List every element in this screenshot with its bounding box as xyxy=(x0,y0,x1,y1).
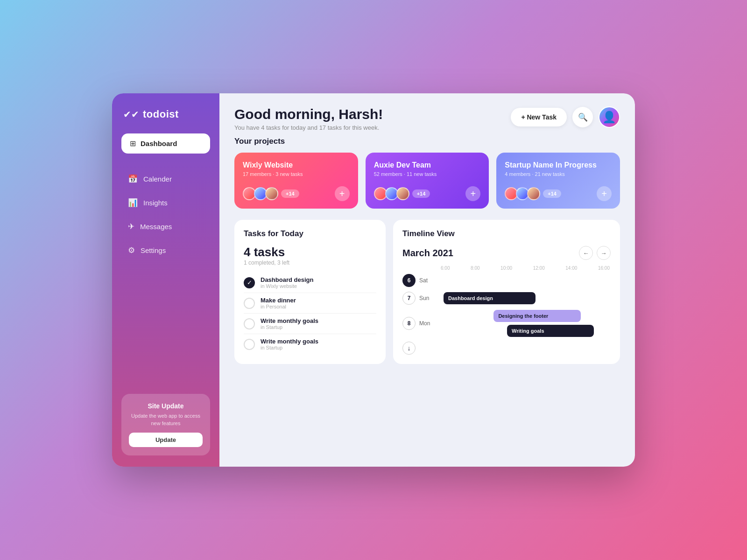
new-task-button[interactable]: + New Task xyxy=(511,108,567,126)
sidebar-nav: 📅 Calender 📊 Insights ✈ Messages ⚙ Setti… xyxy=(121,168,210,388)
project-members-1: +14 xyxy=(374,187,430,200)
project-add-button-0[interactable]: + xyxy=(335,186,350,201)
messages-icon: ✈ xyxy=(128,222,134,231)
day-label-sun: Sun xyxy=(419,295,429,301)
task-item-2: Write monthly goals in Startup xyxy=(244,314,376,334)
task-project-0: in Wixly website xyxy=(261,283,313,289)
project-add-button-2[interactable]: + xyxy=(597,186,612,201)
update-button[interactable]: Update xyxy=(129,433,203,447)
day-label-mon: Mon xyxy=(419,320,430,327)
nav-label-calendar: Calender xyxy=(143,175,172,183)
time-label-0: 6:00 xyxy=(441,266,450,271)
tasks-section-title: Tasks for Today xyxy=(244,229,376,238)
time-label-2: 10:00 xyxy=(500,266,512,271)
project-name-2: Startup Name In Progress xyxy=(505,161,612,169)
timeline-card: Timeline View March 2021 ← → 6:00 xyxy=(393,220,620,364)
project-name-1: Auxie Dev Team xyxy=(374,161,481,169)
day-num-6: 6 xyxy=(402,274,416,287)
task-item-0: ✓ Dashboard design in Wixly website xyxy=(244,273,376,293)
bar-writing-goals: Writing goals xyxy=(507,325,594,337)
day-label-sat: Sat xyxy=(419,277,428,284)
timeline-row-sun: 7 Sun Dashboard design xyxy=(402,291,611,305)
project-footer-0: +14 + xyxy=(243,186,350,201)
task-project-3: in Startup xyxy=(261,345,318,350)
time-label-3: 12:00 xyxy=(533,266,545,271)
timeline-bars-sat xyxy=(444,273,611,287)
day-info-sun: 7 Sun xyxy=(402,292,440,305)
avatar[interactable]: 👤 xyxy=(599,106,620,128)
search-icon: 🔍 xyxy=(578,112,588,122)
tasks-completed: 1 completed, 3 left xyxy=(244,259,376,266)
project-meta-1: 52 members · 11 new tasks xyxy=(374,171,481,177)
greeting-title: Good morning, Harsh! xyxy=(234,106,383,122)
timeline-prev-button[interactable]: ← xyxy=(579,246,593,260)
update-card-desc: Update the web app to access new feature… xyxy=(129,413,203,427)
greeting-subtitle: You have 4 tasks for today and 17 tasks … xyxy=(234,124,383,131)
project-members-2: +14 xyxy=(505,187,561,200)
task-project-2: in Startup xyxy=(261,324,318,330)
time-label-1: 8:00 xyxy=(471,266,479,271)
nav-label-insights: Insights xyxy=(143,199,168,207)
projects-section-title: Your projects xyxy=(234,137,620,146)
members-count-0: +14 xyxy=(281,189,299,198)
task-checkbox-2[interactable] xyxy=(244,318,255,329)
task-name-1: Make dinner xyxy=(261,297,296,304)
task-name-2: Write monthly goals xyxy=(261,317,318,324)
projects-grid: Wixly Website 17 members · 3 new tasks +… xyxy=(234,153,620,209)
members-count-2: +14 xyxy=(543,189,561,198)
sidebar-item-insights[interactable]: 📊 Insights xyxy=(121,192,210,213)
day-info-more: ↓ xyxy=(402,342,440,355)
timeline-bars-sun: Dashboard design xyxy=(444,291,611,305)
task-info-1: Make dinner in Personal xyxy=(261,297,296,309)
avatar-image: 👤 xyxy=(602,111,616,124)
header: Good morning, Harsh! You have 4 tasks fo… xyxy=(219,93,635,137)
dashboard-icon: ⊞ xyxy=(130,139,136,148)
timeline-header: Timeline View xyxy=(402,229,611,238)
app-container: ✔✔ todoist ⊞ Dashboard 📅 Calender 📊 Insi… xyxy=(112,93,635,467)
tasks-card: Tasks for Today 4 tasks 1 completed, 3 l… xyxy=(234,220,386,364)
task-info-2: Write monthly goals in Startup xyxy=(261,317,318,330)
sidebar-logo: ✔✔ todoist xyxy=(121,108,210,120)
dashboard-button[interactable]: ⊞ Dashboard xyxy=(121,133,210,154)
project-card-startup[interactable]: Startup Name In Progress 4 members · 21 … xyxy=(496,153,620,209)
project-footer-1: +14 + xyxy=(374,186,481,201)
project-card-auxie[interactable]: Auxie Dev Team 52 members · 11 new tasks… xyxy=(366,153,489,209)
task-checkbox-1[interactable] xyxy=(244,298,255,309)
update-card: Site Update Update the web app to access… xyxy=(121,394,210,455)
project-members-0: +14 xyxy=(243,187,299,200)
task-item-1: Make dinner in Personal xyxy=(244,293,376,314)
project-meta-0: 17 members · 3 new tasks xyxy=(243,171,350,177)
bottom-section: Tasks for Today 4 tasks 1 completed, 3 l… xyxy=(234,220,620,364)
day-num-7: 7 xyxy=(402,292,416,305)
timeline-section-title: Timeline View xyxy=(402,229,455,238)
timeline-grid: 6 Sat 7 Sun xyxy=(402,273,611,355)
sidebar-item-messages[interactable]: ✈ Messages xyxy=(121,216,210,237)
time-label-4: 14:00 xyxy=(565,266,577,271)
project-meta-2: 4 members · 21 new tasks xyxy=(505,171,612,177)
task-project-1: in Personal xyxy=(261,304,296,309)
project-card-wixly[interactable]: Wixly Website 17 members · 3 new tasks +… xyxy=(234,153,358,209)
task-name-3: Write monthly goals xyxy=(261,338,318,345)
sidebar-item-settings[interactable]: ⚙ Settings xyxy=(121,240,210,261)
sidebar-item-calendar[interactable]: 📅 Calender xyxy=(121,168,210,189)
task-checkbox-3[interactable] xyxy=(244,339,255,350)
update-card-title: Site Update xyxy=(129,402,203,410)
members-count-1: +14 xyxy=(412,189,430,198)
member-avatar xyxy=(265,187,278,200)
nav-label-settings: Settings xyxy=(141,246,166,254)
member-avatar xyxy=(396,187,409,200)
day-num-down[interactable]: ↓ xyxy=(402,342,416,355)
task-checkbox-0[interactable]: ✓ xyxy=(244,277,255,288)
project-name-0: Wixly Website xyxy=(243,161,350,169)
search-button[interactable]: 🔍 xyxy=(572,107,593,127)
task-info-0: Dashboard design in Wixly website xyxy=(261,276,313,289)
project-add-button-1[interactable]: + xyxy=(465,186,480,201)
member-avatar xyxy=(527,187,540,200)
nav-label-messages: Messages xyxy=(140,223,172,231)
timeline-row-sat: 6 Sat xyxy=(402,273,611,287)
sidebar: ✔✔ todoist ⊞ Dashboard 📅 Calender 📊 Insi… xyxy=(112,93,219,467)
logo-icon: ✔✔ xyxy=(123,109,139,120)
day-info-mon: 8 Mon xyxy=(402,317,440,330)
timeline-next-button[interactable]: → xyxy=(597,246,611,260)
bar-designing-footer: Designing the footer xyxy=(493,310,580,322)
